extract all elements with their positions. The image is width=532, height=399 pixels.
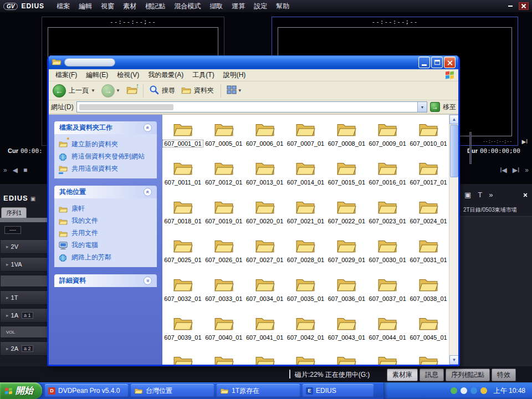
panel-scrollbar[interactable] — [469, 132, 472, 164]
chevron-down-icon[interactable]: « — [144, 277, 152, 285]
edius-menu-item[interactable]: 素材 — [119, 1, 141, 12]
place-item[interactable]: 共用文件 — [59, 227, 152, 239]
edius-menu-item[interactable]: 運算 — [227, 1, 249, 12]
folder-item[interactable] — [326, 351, 367, 365]
folder-item[interactable]: 607_0043_01 — [326, 312, 367, 351]
folder-item[interactable]: 607_0035_01 — [285, 273, 326, 312]
folder-item[interactable]: 607_0013_01 — [244, 157, 285, 196]
vertical-scrollbar[interactable]: ▲ ▼ — [449, 115, 458, 365]
tab-asset-bin[interactable]: 素材庫 — [387, 369, 418, 381]
folder-item[interactable] — [162, 351, 203, 365]
folder-item[interactable]: 607_0016_01 — [367, 157, 408, 196]
details-header[interactable]: 詳細資料 « — [54, 274, 157, 287]
folder-item[interactable]: 607_0045_01 — [408, 312, 449, 351]
folder-item[interactable]: 607_0012_01 — [203, 157, 244, 196]
track-header-1va[interactable]: ▸1VA — [0, 257, 48, 272]
forward-button[interactable]: → ▼ — [100, 83, 123, 99]
folder-item[interactable]: 607_0032_01 — [162, 273, 203, 312]
folder-item[interactable]: 607_0042_01 — [285, 312, 326, 351]
transport-button[interactable]: ▶I — [513, 166, 520, 174]
folder-item[interactable]: 607_0024_01 — [408, 196, 449, 234]
folder-item[interactable]: 607_0007_01 — [285, 118, 326, 157]
forward-dropdown-icon[interactable]: ▼ — [116, 88, 120, 93]
folder-item[interactable]: 607_0044_01 — [367, 312, 408, 351]
place-item[interactable]: 我的文件 — [59, 215, 152, 227]
folder-item[interactable]: 607_0038_01 — [408, 273, 449, 312]
folder-item[interactable]: 607_0017_01 — [408, 157, 449, 196]
taskbar-dvdpean-button[interactable]: DDVDPean Pro v5.4.0 — [45, 384, 128, 397]
address-dropdown-icon[interactable]: ▼ — [417, 102, 427, 112]
file-task-item[interactable]: *建立新的資料夾 — [59, 139, 152, 151]
tab-effects[interactable]: 特效 — [492, 369, 516, 381]
go-button[interactable]: → — [430, 102, 440, 112]
folder-item[interactable]: 607_0005_01 — [203, 118, 244, 157]
folder-item[interactable] — [408, 351, 449, 365]
folder-item[interactable]: 607_0009_01 — [367, 118, 408, 157]
folder-item[interactable] — [244, 351, 285, 365]
edius-menu-item[interactable]: 標記點 — [141, 1, 170, 12]
explorer-menu-item[interactable]: 工具(T) — [188, 69, 218, 81]
folder-item[interactable]: 607_0010_01 — [408, 118, 449, 157]
folder-item[interactable]: 607_0027_01 — [244, 234, 285, 273]
taskbar-1t-folder-button[interactable]: 1T原存在 — [217, 384, 300, 397]
folder-item[interactable]: 607_0028_01 — [285, 234, 326, 273]
taskbar-taiwan-folder-button[interactable]: 台灣位置 — [131, 384, 214, 397]
track-header-1a[interactable]: ▸1Aa 1 — [0, 308, 48, 323]
tray-icon[interactable] — [470, 387, 477, 394]
app-minimize-button[interactable] — [505, 2, 515, 10]
folder-item[interactable]: 607_0030_01 — [367, 234, 408, 273]
edius-menu-item[interactable]: 設定 — [249, 1, 272, 12]
folder-item[interactable]: 607_0021_01 — [285, 196, 326, 234]
maximize-button[interactable] — [431, 57, 443, 68]
file-task-item[interactable]: 將這個資料夾發佈到網站 — [59, 151, 152, 163]
transport-button[interactable]: » — [3, 166, 7, 174]
folder-item[interactable]: 607_0022_01 — [326, 196, 367, 234]
place-item[interactable]: 康軒 — [59, 203, 152, 215]
edius-menu-item[interactable]: 編輯 — [74, 1, 96, 12]
folder-item[interactable]: 607_0018_01 — [162, 196, 203, 234]
place-item[interactable]: 我的電腦 — [59, 239, 152, 252]
folder-item[interactable]: 607_0029_01 — [326, 234, 367, 273]
timeline-mode-dropdown[interactable]: ---- — [4, 226, 21, 234]
track-header-2a[interactable]: ▸2Aa 2 — [0, 341, 48, 356]
folder-item[interactable]: 607_0008_01 — [326, 118, 367, 157]
folder-item[interactable]: 607_0033_01 — [203, 273, 244, 312]
sequence-tab[interactable]: 序列1 — [1, 207, 27, 219]
folder-item[interactable]: 607_0031_01 — [408, 234, 449, 273]
tray-icon[interactable] — [461, 387, 467, 394]
tab-message[interactable]: 訊息 — [420, 369, 444, 381]
start-button[interactable]: 開始 — [0, 382, 42, 399]
folder-item[interactable]: 607_0019_01 — [203, 196, 244, 234]
scroll-up-button[interactable]: ▲ — [449, 115, 458, 124]
file-tasks-header[interactable]: 檔案及資料夾工作 « — [54, 121, 157, 134]
explorer-menu-item[interactable]: 檢視(V) — [112, 69, 144, 81]
scroll-down-button[interactable]: ▼ — [449, 355, 458, 365]
transport-button[interactable]: ■ — [23, 166, 27, 174]
go-label[interactable]: 移至 — [443, 103, 456, 112]
edius-menu-item[interactable]: 混合模式 — [170, 1, 205, 12]
title-tool-icon[interactable]: T — [478, 191, 482, 199]
taskbar-edius-button[interactable]: EEDIUS — [303, 384, 374, 397]
folder-item[interactable]: 607_0036_01 — [326, 273, 367, 312]
folder-item[interactable] — [367, 351, 408, 365]
more-tools-icon[interactable]: » — [489, 191, 493, 199]
folder-item[interactable]: 607_0006_01 — [244, 118, 285, 157]
track-header-2v[interactable]: ▸2V — [0, 239, 48, 254]
transport-button[interactable]: » — [525, 166, 529, 174]
transport-button[interactable]: ◀ — [13, 166, 18, 174]
folder-item[interactable] — [285, 351, 326, 365]
folder-item[interactable]: 607_0011_01 — [162, 157, 203, 196]
app-close-button[interactable] — [519, 2, 529, 10]
edius-menu-item[interactable]: 視窗 — [96, 1, 119, 12]
explorer-menu-item[interactable]: 說明(H) — [219, 69, 250, 81]
edius-menu-item[interactable]: 檔案 — [52, 1, 74, 12]
folder-item[interactable]: 607_0039_01 — [162, 312, 203, 351]
other-places-header[interactable]: 其他位置 « — [54, 186, 157, 198]
edius-menu-item[interactable]: 擷取 — [205, 1, 227, 12]
explorer-menu-item[interactable]: 編輯(E) — [81, 69, 112, 81]
bin-view-icon[interactable]: ▣ — [464, 191, 471, 199]
folder-item[interactable]: 607_0037_01 — [367, 273, 408, 312]
search-button[interactable]: 搜尋 — [147, 84, 178, 98]
tab-sequence-marker[interactable]: 序列標記點 — [446, 369, 490, 381]
chevron-up-icon[interactable]: « — [144, 188, 152, 196]
